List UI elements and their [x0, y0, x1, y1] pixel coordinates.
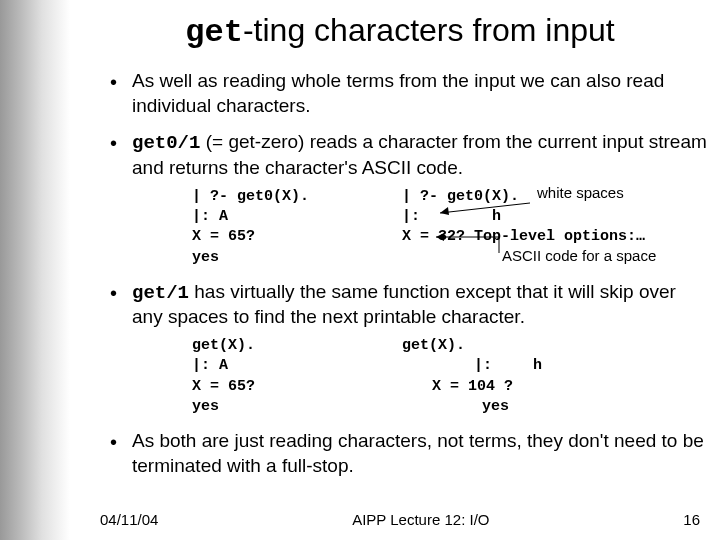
- bullet-1-text: As well as reading whole terms from the …: [132, 70, 664, 116]
- code-block-1: | ?- get0(X). |: A X = 65? yes | ?- get0…: [192, 187, 710, 268]
- bullet-2: get0/1 (= get-zero) reads a character fr…: [110, 130, 710, 267]
- bullet-1: As well as reading whole terms from the …: [110, 69, 710, 118]
- code2-left-l2: |: A: [192, 356, 402, 376]
- svg-marker-4: [436, 233, 444, 241]
- sidebar: PROLOG: [0, 0, 70, 540]
- code2-left-l4: yes: [192, 397, 402, 417]
- code1-left-l1: | ?- get0(X).: [192, 187, 402, 207]
- slide-content: get-ting characters from input As well a…: [90, 0, 710, 491]
- svg-marker-1: [440, 207, 449, 215]
- code2-left-l3: X = 65?: [192, 377, 402, 397]
- slide-title: get-ting characters from input: [90, 12, 710, 51]
- code2-left: get(X). |: A X = 65? yes: [192, 336, 402, 417]
- code1-left-l4: yes: [192, 248, 402, 268]
- footer-center: AIPP Lecture 12: I/O: [352, 511, 489, 528]
- code1-left-l2: |: A: [192, 207, 402, 227]
- arrow-icon: [422, 197, 532, 217]
- title-mono: get: [185, 14, 243, 51]
- bullet-4: As both are just reading characters, not…: [110, 429, 710, 478]
- bullet-4-text: As both are just reading characters, not…: [132, 430, 704, 476]
- annot-ascii: ASCII code for a space: [502, 246, 656, 266]
- bullet-3-text: has virtually the same function except t…: [132, 281, 676, 328]
- code2-right-l4: yes: [402, 397, 662, 417]
- code2-right-l3: X = 104 ?: [402, 377, 662, 397]
- code2-right-l2a: |:: [402, 356, 492, 376]
- sidebar-title: PROLOG: [0, 530, 8, 540]
- footer-page: 16: [683, 511, 700, 528]
- code2-left-l1: get(X).: [192, 336, 402, 356]
- code2-right-l2b: h: [492, 356, 542, 376]
- bullet-2-code: get0/1: [132, 132, 200, 154]
- arrow-icon: [434, 235, 504, 255]
- code1-right: | ?- get0(X). |:h X = 32? Top-level opti…: [402, 187, 662, 268]
- code2-right: get(X). |:h X = 104 ? yes: [402, 336, 662, 417]
- bullet-list: As well as reading whole terms from the …: [90, 69, 710, 479]
- footer: 04/11/04 AIPP Lecture 12: I/O 16: [100, 511, 700, 528]
- code1-left-l3: X = 65?: [192, 227, 402, 247]
- code1-left: | ?- get0(X). |: A X = 65? yes: [192, 187, 402, 268]
- bullet-3: get/1 has virtually the same function ex…: [110, 280, 710, 417]
- annot-whitespaces: white spaces: [537, 183, 624, 203]
- bullet-3-code: get/1: [132, 282, 189, 304]
- svg-line-0: [440, 203, 530, 213]
- footer-date: 04/11/04: [100, 511, 158, 528]
- code2-right-l1: get(X).: [402, 336, 662, 356]
- bullet-2-text: (= get-zero) reads a character from the …: [132, 131, 707, 178]
- code-block-2: get(X). |: A X = 65? yes get(X). |:h X =…: [192, 336, 710, 417]
- title-rest: -ting characters from input: [243, 12, 615, 48]
